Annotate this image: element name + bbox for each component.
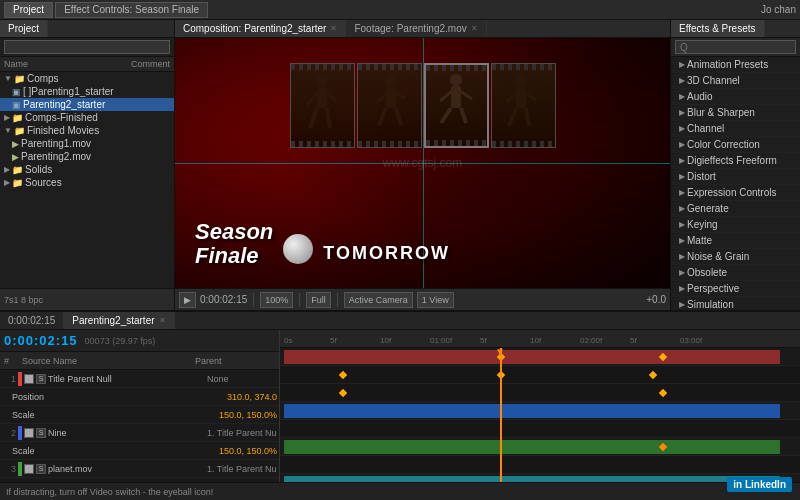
tab-effect-controls[interactable]: Effect Controls: Season Finale	[55, 2, 208, 18]
season-finale-text: Season Finale	[195, 220, 273, 268]
figure-svg-3	[436, 73, 476, 138]
film-frame-2	[357, 63, 422, 148]
effect-cat-perspective[interactable]: ▶ Perspective	[671, 281, 800, 297]
main-layout: Project Name Comment ▼ 📁 Comps ▣ [ ]Pare…	[0, 20, 800, 310]
camera-select[interactable]: Active Camera	[344, 292, 413, 308]
svg-point-6	[385, 74, 397, 88]
movie-parenting1[interactable]: ▶ Parenting1.mov	[0, 137, 174, 150]
timecode-display: 0:00:02:15	[4, 333, 78, 348]
folder-solids[interactable]: ▶ 📁 Solids	[0, 163, 174, 176]
figure-svg-1	[302, 73, 342, 138]
layer-3-vis[interactable]	[24, 464, 34, 474]
effect-cat-distort[interactable]: ▶ Distort	[671, 169, 800, 185]
viewer-content: Season Finale TOMORROW www.cgtsj.com	[175, 38, 670, 288]
effect-cat-expression[interactable]: ▶ Expression Controls	[671, 185, 800, 201]
effect-cat-noise[interactable]: ▶ Noise & Grain	[671, 249, 800, 265]
effect-cat-obsolete[interactable]: ▶ Obsolete	[671, 265, 800, 281]
close-comp-tab[interactable]: ✕	[330, 24, 337, 33]
kf-scale-1	[339, 389, 347, 397]
effect-cat-keying[interactable]: ▶ Keying	[671, 217, 800, 233]
layer-3-planet-mov[interactable]: 3 S planet.mov 1. Title Parent Null	[0, 460, 279, 478]
layer-1-title-parent-null[interactable]: 1 S Title Parent Null None	[0, 370, 279, 388]
close-footage-tab[interactable]: ✕	[471, 24, 478, 33]
effect-cat-color-correction[interactable]: ▶ Color Correction	[671, 137, 800, 153]
close-timeline-tab[interactable]: ✕	[159, 316, 166, 325]
layer-1-vis[interactable]	[24, 374, 34, 384]
layer-1-position-prop[interactable]: Position 310.0, 374.0	[0, 388, 279, 406]
offset-value: +0.0	[646, 294, 666, 305]
arrow-obsolete: ▶	[679, 268, 685, 277]
project-tab[interactable]: Project	[0, 20, 48, 37]
effects-list: ▶ Animation Presets ▶ 3D Channel ▶ Audio…	[671, 57, 800, 310]
project-search-input[interactable]	[4, 40, 170, 54]
effects-search-input[interactable]	[675, 40, 796, 54]
arrow-simulation: ▶	[679, 300, 685, 309]
svg-point-18	[515, 74, 527, 88]
frame-content-3	[426, 71, 487, 140]
effect-cat-channel[interactable]: ▶ Channel	[671, 121, 800, 137]
effect-cat-matte[interactable]: ▶ Matte	[671, 233, 800, 249]
playhead[interactable]	[500, 348, 502, 482]
ruler-mark-1-05f: 5f	[630, 336, 637, 345]
effect-cat-blur-sharpen[interactable]: ▶ Blur & Sharpen	[671, 105, 800, 121]
tab-project[interactable]: Project	[4, 2, 53, 18]
effect-cat-simulation[interactable]: ▶ Simulation	[671, 297, 800, 310]
sep2	[299, 293, 300, 307]
project-panel: Project Name Comment ▼ 📁 Comps ▣ [ ]Pare…	[0, 20, 175, 310]
track-bar-1	[284, 350, 780, 364]
project-tree[interactable]: ▼ 📁 Comps ▣ [ ]Parenting1_starter ▣ Pare…	[0, 72, 174, 288]
layer-2-scale-prop[interactable]: Scale 150.0, 150.0%	[0, 442, 279, 460]
folder-sources[interactable]: ▶ 📁 Sources	[0, 176, 174, 189]
effect-cat-animation-presets[interactable]: ▶ Animation Presets	[671, 57, 800, 73]
layer-3-solo[interactable]: S	[36, 464, 46, 474]
timeline-tab-timecode[interactable]: 0:00:02:15	[0, 312, 64, 329]
svg-line-22	[506, 93, 517, 102]
sep3	[337, 293, 338, 307]
resolution-select[interactable]: Full	[306, 292, 331, 308]
tomorrow-text: TOMORROW	[323, 243, 450, 264]
zoom-select[interactable]: 100%	[260, 292, 293, 308]
viewer-timecode: 0:00:02:15	[200, 294, 247, 305]
viewer-tab-comp[interactable]: Composition: Parenting2_starter ✕	[175, 20, 346, 37]
effect-cat-digieffects[interactable]: ▶ Digieffects Freeform	[671, 153, 800, 169]
solids-arrow: ▶	[4, 165, 10, 174]
view-select[interactable]: 1 View	[417, 292, 454, 308]
frame-content-4	[492, 70, 555, 141]
layer-3-color	[18, 462, 22, 476]
svg-rect-13	[451, 86, 461, 108]
folder-comps[interactable]: ▼ 📁 Comps	[0, 72, 174, 85]
viewer-tab-footage[interactable]: Footage: Parenting2.mov ✕	[346, 20, 486, 37]
layer-1-scale-prop[interactable]: Scale 150.0, 150.0%	[0, 406, 279, 424]
movie-parenting2[interactable]: ▶ Parenting2.mov	[0, 150, 174, 163]
layer-2-nine[interactable]: 2 S Nine 1. Title Parent Null	[0, 424, 279, 442]
comp-parenting1[interactable]: ▣ [ ]Parenting1_starter	[0, 85, 174, 98]
track-bar-3	[284, 440, 780, 454]
ruler-mark-25f: 10f	[530, 336, 541, 345]
layer-1-color	[18, 372, 22, 386]
svg-line-17	[460, 91, 472, 99]
track-3-scale-sub	[280, 456, 800, 474]
effect-cat-3d-channel[interactable]: ▶ 3D Channel	[671, 73, 800, 89]
arrow-keying: ▶	[679, 220, 685, 229]
folder-finished-movies[interactable]: ▼ 📁 Finished Movies	[0, 124, 174, 137]
svg-line-14	[441, 108, 451, 123]
comp-parenting2[interactable]: ▣ Parenting2_starter	[0, 98, 174, 111]
play-btn[interactable]: ▶	[179, 292, 196, 308]
title-overlay: Season Finale TOMORROW	[195, 220, 650, 268]
effects-panel: Effects & Presets ▶ Animation Presets ▶ …	[670, 20, 800, 310]
layer-2-solo[interactable]: S	[36, 428, 46, 438]
svg-rect-7	[386, 88, 396, 108]
layer-2-vis[interactable]	[24, 428, 34, 438]
effects-panel-tab[interactable]: Effects & Presets	[671, 20, 765, 37]
ruler-mark-1-10f: 03:00f	[680, 336, 702, 345]
figure-svg-4	[503, 73, 543, 138]
effect-cat-audio[interactable]: ▶ Audio	[671, 89, 800, 105]
kf-pos-3	[649, 371, 657, 379]
layer-1-solo[interactable]: S	[36, 374, 46, 384]
folder-comps-finished[interactable]: ▶ 📁 Comps-Finished	[0, 111, 174, 124]
timeline-content: 0:00:02:15 00073 (29.97 fps) # Source Na…	[0, 330, 800, 482]
film-frame-1	[290, 63, 355, 148]
track-2-scale-sub	[280, 420, 800, 438]
timeline-tab-comp[interactable]: Parenting2_starter ✕	[64, 312, 174, 329]
effect-cat-generate[interactable]: ▶ Generate	[671, 201, 800, 217]
